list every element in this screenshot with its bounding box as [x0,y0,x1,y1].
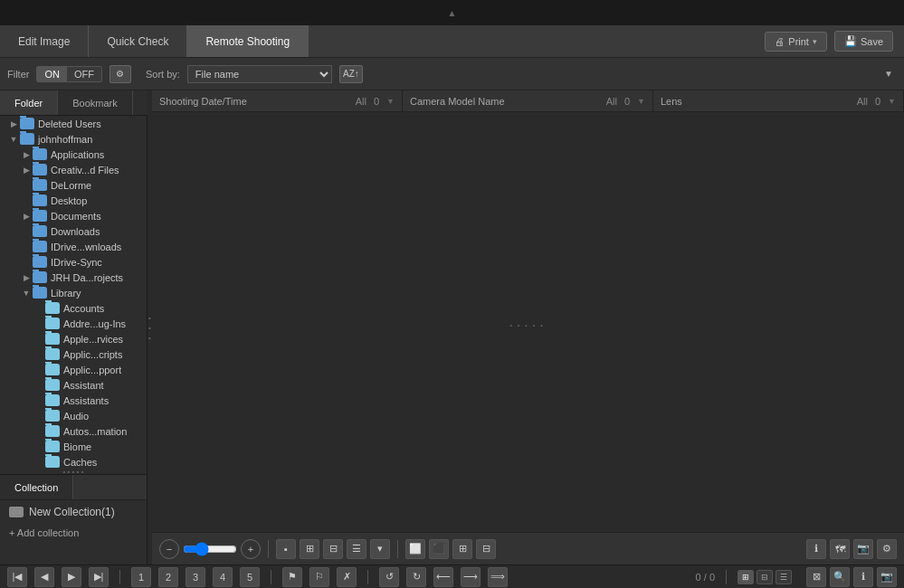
tree-arrow-icon: ▶ [20,166,33,175]
rotate-right-button[interactable]: ↻ [406,567,426,587]
sidebar-item-desktop[interactable]: Desktop [0,193,147,208]
sidebar-wrapper: Folder Bookmark ▶ Deleted Users [0,90,147,564]
view-grid3-button[interactable]: ⊟ [323,539,343,559]
map-button[interactable]: 🗺 [830,539,850,559]
divider [268,540,269,558]
view-grid-button[interactable]: ⊞ [300,539,319,559]
flag-button[interactable]: ⚑ [282,567,302,587]
sidebar-item-applic-scripts[interactable]: Applic...cripts [0,346,147,362]
main-content-area: Shooting Date/Time All 0 ▼ Camera Model … [152,90,904,564]
add-collection-button[interactable]: + Add collection [0,524,147,542]
zoom-slider[interactable] [183,542,237,556]
column-dropdown-icon[interactable]: ▼ [637,97,645,106]
remote-shooting-tab[interactable]: Remote Shooting [187,25,309,57]
sidebar-item-addressug-ins[interactable]: Addre...ug-Ins [0,316,147,331]
sidebar-item-idrive-downloads[interactable]: IDrive...wnloads [0,239,147,254]
view-zoom1-button[interactable]: ⬛ [429,539,449,559]
tree-arrow-icon: ▼ [7,135,20,144]
sidebar-item-delorme[interactable]: DeLorme [0,177,147,193]
sort-select[interactable]: File name [187,65,332,83]
info-button[interactable]: ℹ [806,539,826,559]
sidebar-item-creative-files[interactable]: ▶ Creativ...d Files [0,162,147,177]
nav-forward-button[interactable]: ⟶ [461,567,481,587]
sidebar-item-idrive-sync[interactable]: IDrive-Sync [0,254,147,270]
nav-back-button[interactable]: ⟵ [433,567,453,587]
column-header-camera[interactable]: Camera Model Name All 0 ▼ [403,90,653,111]
view-grid2-button[interactable]: ⊟ [757,570,773,584]
sidebar-item-documents[interactable]: ▶ Documents [0,208,147,223]
save-icon: 💾 [844,35,857,47]
nav-last-button[interactable]: ▶| [89,567,109,587]
column-header-lens[interactable]: Lens All 0 ▼ [653,90,904,111]
rating-button-2[interactable]: 2 [158,567,178,587]
view-single-button[interactable]: ▪ [276,539,296,559]
nav-next-button[interactable]: ▶ [62,567,81,587]
sidebar-item-biome[interactable]: Biome [0,439,147,454]
zoom-out-button[interactable]: − [159,539,179,559]
collection-tab-button[interactable]: Collection [0,475,73,499]
sidebar-item-downloads[interactable]: Downloads [0,223,147,239]
folder-icon [33,241,47,252]
compare-button[interactable]: ⊠ [806,567,826,587]
view-zoom3-button[interactable]: ⊟ [476,539,496,559]
view-list-button[interactable]: ☰ [347,539,366,559]
view-zoom2-button[interactable]: ⊞ [452,539,472,559]
nav-first-button[interactable]: |◀ [7,567,27,587]
rotate-left-button[interactable]: ↺ [379,567,399,587]
filter-dropdown-button[interactable]: ▼ [880,65,897,83]
zoom-in-button[interactable]: + [241,539,261,559]
reject-button[interactable]: ✗ [337,567,357,587]
sidebar-item-automation[interactable]: Autos...mation [0,423,147,439]
header-actions: 🖨 Print ▾ 💾 Save [765,31,904,52]
column-dropdown-icon[interactable]: ▼ [888,97,896,106]
sidebar-item-library[interactable]: ▼ Library [0,285,147,300]
view-list2-button[interactable]: ☰ [776,570,792,584]
view-thumbnail-button[interactable]: ⊞ [737,570,754,584]
collection-item[interactable]: New Collection(1) [0,500,147,524]
edit-image-tab[interactable]: Edit Image [0,25,89,57]
sidebar-item-applications[interactable]: ▶ Applications [0,147,147,162]
nav-end-button[interactable]: ⟹ [488,567,508,587]
save-label: Save [861,36,883,47]
filter-on-button[interactable]: ON [37,67,67,81]
sidebar-item-label: Desktop [51,195,87,206]
camera-button[interactable]: 📷 [853,539,873,559]
unflag-button[interactable]: ⚐ [309,567,329,587]
column-header-date[interactable]: Shooting Date/Time All 0 ▼ [152,90,403,111]
rating-button-4[interactable]: 4 [213,567,233,587]
folder-icon [33,210,47,222]
folder-icon [45,379,60,391]
sidebar-item-label: IDrive-Sync [51,257,102,268]
sidebar-item-deleted-users[interactable]: ▶ Deleted Users [0,116,147,131]
sidebar-item-assistants[interactable]: Assistants [0,393,147,408]
bookmark-tab[interactable]: Bookmark [58,90,133,115]
folder-icon [45,302,60,314]
sidebar-item-apple-services[interactable]: Apple...rvices [0,331,147,346]
print-dropdown-icon[interactable]: ▾ [813,37,817,46]
settings-button[interactable]: ⚙ [877,539,897,559]
sidebar-item-applic-support[interactable]: Applic...pport [0,362,147,377]
print-button[interactable]: 🖨 Print ▾ [765,32,827,52]
sidebar-item-jrh-projects[interactable]: ▶ JRH Da...rojects [0,270,147,285]
view-dropdown-button[interactable]: ▾ [370,539,390,559]
sidebar-item-audio[interactable]: Audio [0,408,147,423]
nav-prev-button[interactable]: ◀ [34,567,54,587]
loupe-button[interactable]: 🔍 [830,567,850,587]
filter-off-button[interactable]: OFF [67,67,101,81]
save-button[interactable]: 💾 Save [834,31,893,52]
camera2-button[interactable]: 📷 [877,567,897,587]
sidebar-item-johnhoffman[interactable]: ▼ johnhoffman [0,131,147,147]
column-dropdown-icon[interactable]: ▼ [386,97,395,106]
sidebar-item-assistant[interactable]: Assistant [0,377,147,393]
rating-button-1[interactable]: 1 [131,567,151,587]
sidebar-item-accounts[interactable]: Accounts [0,300,147,316]
thumbnail-size-button[interactable]: ⬜ [405,539,425,559]
folder-tab[interactable]: Folder [0,90,58,115]
quick-check-tab[interactable]: Quick Check [89,25,187,57]
info2-button[interactable]: ℹ [853,567,873,587]
rating-button-5[interactable]: 5 [240,567,260,587]
sort-order-button[interactable]: AZ↑ [339,65,363,83]
filter-bar: Filter ON OFF ⚙ Sort by: File name AZ↑ ▼ [0,58,904,90]
filter-settings-button[interactable]: ⚙ [109,65,131,83]
rating-button-3[interactable]: 3 [186,567,205,587]
